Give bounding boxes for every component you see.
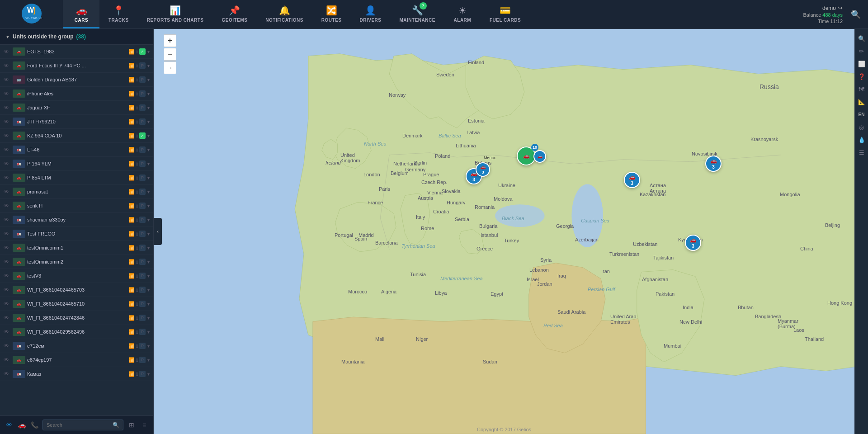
eye-icon[interactable]: 👁 [4, 160, 11, 167]
list-item[interactable]: 👁 🚗 WI_FI_866104024465703 📶 ℹ P ▾ [0, 283, 153, 297]
expand-icon[interactable]: ▾ [147, 344, 150, 349]
footer-icon-car[interactable]: 🚗 [16, 420, 27, 430]
expand-icon[interactable]: ▾ [147, 147, 150, 152]
expand-icon[interactable]: ▾ [147, 63, 150, 68]
right-icon-lang[interactable]: EN [856, 108, 868, 120]
expand-icon[interactable]: ▾ [147, 119, 150, 124]
expand-icon[interactable]: ▾ [147, 358, 150, 363]
top-search-icon[interactable]: 🔍 [851, 9, 861, 19]
eye-icon[interactable]: 👁 [4, 76, 11, 83]
zoom-in-button[interactable]: + [164, 34, 176, 47]
list-item[interactable]: 👁 🚗 Jaguar XF 📶 ℹ P ▾ [0, 101, 153, 115]
expand-icon[interactable]: ▾ [147, 302, 150, 307]
list-item[interactable]: 👁 🚛 shacman м330оу 📶 ℹ P ▾ [0, 213, 153, 227]
nav-item-notifications[interactable]: 🔔 NOTIFICATIONS [256, 0, 312, 28]
list-item[interactable]: 👁 🚗 serik H 📶 ℹ P ▾ [0, 199, 153, 213]
expand-icon[interactable]: ▾ [147, 91, 150, 96]
expand-icon[interactable]: ▾ [147, 259, 150, 264]
nav-item-alarm[interactable]: ☀ ALARM [444, 0, 481, 28]
list-item[interactable]: 👁 🚛 е712ем 📶 ℹ P ▾ [0, 339, 153, 353]
list-item[interactable]: 👁 🚛 Test FREGO 📶 ℹ P ▾ [0, 227, 153, 241]
right-icon-search[interactable]: 🔍 [856, 33, 868, 44]
cluster-marker-c1b[interactable]: 🚗 [533, 150, 546, 163]
expand-icon[interactable]: ▾ [147, 105, 150, 110]
right-icon-help[interactable]: ❓ [856, 71, 868, 82]
eye-icon[interactable]: 👁 [4, 90, 11, 97]
expand-icon[interactable]: ▾ [147, 77, 150, 82]
right-icon-target[interactable]: ◎ [856, 121, 868, 133]
list-item[interactable]: 👁 🚌 Golden Dragon AB187 📶 ℹ P ▾ [0, 73, 153, 87]
list-item[interactable]: 👁 🚗 KZ 934 CDA 10 📶 ℹ ✓ ▾ [0, 129, 153, 143]
eye-icon[interactable]: 👁 [4, 217, 11, 223]
eye-icon[interactable]: 👁 [4, 132, 11, 139]
list-item[interactable]: 👁 🚗 WI_FI_866104029562496 📶 ℹ P ▾ [0, 325, 153, 339]
nav-item-reports[interactable]: 📊 REPORTS AND CHARTS [138, 0, 213, 28]
logout-icon[interactable]: ↪ [838, 5, 843, 11]
group-collapse-icon[interactable]: ▼ [5, 34, 10, 39]
eye-icon[interactable]: 👁 [4, 189, 11, 195]
right-icon-edit[interactable]: ✏ [856, 45, 868, 57]
eye-icon[interactable]: 👁 [4, 104, 11, 111]
footer-icon-grid[interactable]: ⊞ [126, 420, 137, 430]
expand-icon[interactable]: ▾ [147, 245, 150, 250]
eye-icon[interactable]: 👁 [4, 329, 11, 335]
eye-icon[interactable]: 👁 [4, 62, 11, 69]
expand-icon[interactable]: ▾ [147, 316, 150, 321]
expand-icon[interactable]: ▾ [147, 161, 150, 166]
eye-icon[interactable]: 👁 [4, 203, 11, 209]
list-item[interactable]: 👁 🚗 е874ср197 📶 ℹ P ▾ [0, 353, 153, 367]
expand-icon[interactable]: ▾ [147, 231, 150, 236]
list-item[interactable]: 👁 🚛 LT-46 📶 ℹ P ▾ [0, 143, 153, 157]
eye-icon[interactable]: 👁 [4, 273, 11, 279]
search-input[interactable] [47, 422, 113, 428]
list-item[interactable]: 👁 🚗 EGTS_1983 📶 ℹ ✓ ▾ [0, 45, 153, 59]
nav-item-routes[interactable]: 🔀 ROUTES [312, 0, 351, 28]
list-item[interactable]: 👁 🚗 Ford Focus III У 744 РС ... 📶 ℹ P ▾ [0, 59, 153, 73]
eye-icon[interactable]: 👁 [4, 301, 11, 307]
list-item[interactable]: 👁 🚛 P 164 YLM 📶 ℹ P ▾ [0, 157, 153, 171]
list-item[interactable]: 👁 🚗 testOmnicomm1 📶 ℹ P ▾ [0, 241, 153, 255]
eye-icon[interactable]: 👁 [4, 287, 11, 293]
right-icon-map[interactable]: 🗺 [856, 83, 868, 95]
footer-icon-list[interactable]: ≡ [139, 420, 150, 430]
nav-item-tracks[interactable]: 📍 TRACKS [99, 0, 138, 28]
list-item[interactable]: 👁 🚗 testOmnicomm2 📶 ℹ P ▾ [0, 255, 153, 269]
cluster-marker-c8[interactable]: 🚗 3 [685, 235, 701, 251]
nav-item-drivers[interactable]: 👤 DRIVERS [351, 0, 391, 28]
eye-icon[interactable]: 👁 [4, 48, 11, 55]
list-item[interactable]: 👁 🚛 JTI H799210 📶 ℹ P ▾ [0, 115, 153, 129]
expand-icon[interactable]: ▾ [147, 330, 150, 335]
expand-icon[interactable]: ▾ [147, 288, 150, 292]
list-item[interactable]: 👁 🚗 WI_FI_866104024465710 📶 ℹ P ▾ [0, 297, 153, 311]
eye-icon[interactable]: 👁 [4, 118, 11, 125]
expand-icon[interactable]: ▾ [147, 49, 150, 54]
nav-item-cars[interactable]: 🚗 CARS [63, 0, 99, 28]
nav-item-fuelcards[interactable]: 💳 FUEL CARDS [481, 0, 530, 28]
list-item[interactable]: 👁 🚗 P 854 LTM 📶 ℹ P ▾ [0, 171, 153, 185]
list-item[interactable]: 👁 🚗 iPhone Ales 📶 ℹ P ▾ [0, 87, 153, 101]
expand-icon[interactable]: ▾ [147, 133, 150, 138]
eye-icon[interactable]: 👁 [4, 371, 11, 377]
cluster-marker-c7[interactable]: 🚗 3 [705, 156, 722, 172]
eye-icon[interactable]: 👁 [4, 175, 11, 181]
eye-icon[interactable]: 👁 [4, 146, 11, 153]
expand-icon[interactable]: ▾ [147, 175, 150, 180]
list-item[interactable]: 👁 🚛 Камаз 📶 ℹ P ▾ [0, 367, 153, 381]
expand-icon[interactable]: ▾ [147, 274, 150, 278]
eye-icon[interactable]: 👁 [4, 245, 11, 251]
eye-icon[interactable]: 👁 [4, 259, 11, 265]
eye-icon[interactable]: 👁 [4, 315, 11, 321]
expand-icon[interactable]: ▾ [147, 372, 150, 377]
list-item[interactable]: 👁 🚗 WI_FI_866104024742846 📶 ℹ P ▾ [0, 311, 153, 325]
map-area[interactable]: ‹ + − → [154, 29, 854, 434]
map-collapse-button[interactable]: ‹ [154, 218, 162, 245]
nav-item-maintenance[interactable]: 🔧 7 MAINTENANCE [390, 0, 444, 28]
right-icon-drop[interactable]: 💧 [856, 134, 868, 146]
right-icon-menu[interactable]: ☰ [856, 146, 868, 158]
cluster-marker-c2[interactable]: 🚗 10 [517, 146, 536, 165]
cluster-marker-c4[interactable]: 🚗 3 [476, 162, 490, 177]
list-item[interactable]: 👁 🚗 testV3 📶 ℹ P ▾ [0, 269, 153, 283]
expand-icon[interactable]: ▾ [147, 203, 150, 208]
expand-icon[interactable]: ▾ [147, 189, 150, 194]
right-icon-ruler[interactable]: 📐 [856, 96, 868, 108]
